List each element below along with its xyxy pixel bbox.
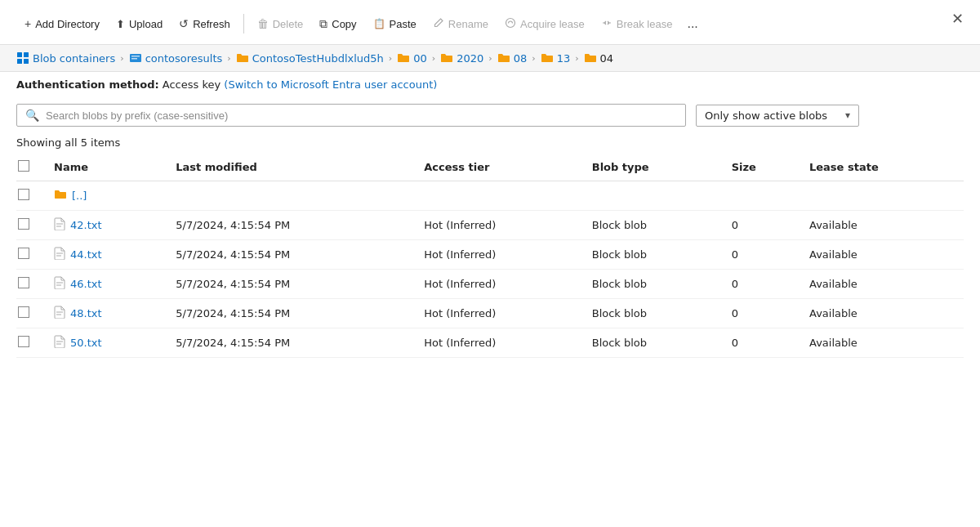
plus-icon: + [24,17,31,30]
col-name[interactable]: Name [46,154,167,181]
paste-button[interactable]: 📋 Paste [365,13,425,35]
row-checkbox-cell [16,328,46,358]
breadcrumb-contosoresults: contosoresults [129,51,223,65]
row-access-tier: Hot (Inferred) [416,270,584,299]
row-checkbox[interactable] [18,248,29,259]
chevron-down-icon: ▾ [845,109,850,121]
row-blob-type: Block blob [584,328,724,358]
search-input[interactable] [46,109,677,122]
breadcrumb-link-00[interactable]: 00 [413,52,427,65]
row-name: 44.txt [46,240,167,270]
refresh-icon: ↺ [179,17,189,30]
row-lease-state: Available [801,270,964,299]
row-size [724,181,801,211]
breadcrumb-link-13[interactable]: 13 [557,52,571,65]
folder-icon-2020 [440,51,453,65]
delete-button[interactable]: 🗑 Delete [249,12,312,35]
row-checkbox[interactable] [18,218,29,230]
file-icon [54,276,65,292]
upload-button[interactable]: ⬆ Upload [108,13,171,35]
blob-containers-icon [16,51,29,65]
item-count: Showing all 5 items [0,133,980,154]
row-checkbox[interactable] [18,336,29,347]
search-box: 🔍 [16,104,686,127]
select-all-checkbox[interactable] [18,160,29,172]
select-all-header[interactable] [16,154,46,181]
row-last-modified: 5/7/2024, 4:15:54 PM [167,270,416,299]
row-name: 42.txt [46,211,167,240]
copy-button[interactable]: ⧉ Copy [311,12,364,36]
file-link[interactable]: 50.txt [70,337,102,349]
col-last-modified[interactable]: Last modified [167,154,416,181]
folder-icon-contoso [236,51,249,65]
svg-rect-7 [131,58,137,60]
col-access-tier[interactable]: Access tier [416,154,584,181]
row-size: 0 [724,211,801,240]
row-lease-state: Available [801,328,964,358]
row-last-modified: 5/7/2024, 4:15:54 PM [167,211,416,240]
breadcrumb-link-contoso-folder[interactable]: ContosoTestHubdlxlud5h [252,52,384,65]
breadcrumb-blob-containers: Blob containers [16,51,115,65]
file-link[interactable]: 48.txt [70,307,102,319]
row-access-tier: Hot (Inferred) [416,328,584,358]
file-link[interactable]: 42.txt [70,219,102,231]
breadcrumb-2020: 2020 [440,51,483,65]
table-row: [..] [16,181,964,211]
breadcrumb-chevron-7: › [575,53,578,64]
filter-dropdown[interactable]: Only show active blobs ▾ [696,105,859,127]
refresh-button[interactable]: ↺ Refresh [171,12,238,35]
breadcrumb-link-2020[interactable]: 2020 [457,52,483,65]
svg-rect-2 [24,52,29,57]
breadcrumb-13: 13 [541,51,571,65]
table-row: 50.txt5/7/2024, 4:15:54 PMHot (Inferred)… [16,328,964,358]
file-table: Name Last modified Access tier Blob type… [16,154,964,358]
col-lease-state[interactable]: Lease state [801,154,964,181]
more-button[interactable]: ... [680,11,704,36]
container-icon [129,51,142,65]
file-link[interactable]: 44.txt [70,248,102,261]
row-lease-state: Available [801,240,964,270]
breadcrumb-link-contosoresults[interactable]: contosoresults [145,52,223,65]
row-size: 0 [724,240,801,270]
row-lease-state [801,181,964,211]
table-row: 46.txt5/7/2024, 4:15:54 PMHot (Inferred)… [16,270,964,299]
table-header-row: Name Last modified Access tier Blob type… [16,154,964,181]
row-checkbox[interactable] [18,306,29,318]
acquire-lease-button[interactable]: Acquire lease [497,12,593,36]
row-blob-type [584,181,724,211]
folder-link[interactable]: [..] [72,190,87,202]
file-link[interactable]: 46.txt [70,278,102,290]
folder-icon-13 [541,51,554,65]
breadcrumb-link-blob-containers[interactable]: Blob containers [33,52,115,65]
row-access-tier [416,181,584,211]
rename-button[interactable]: Rename [425,12,497,36]
row-checkbox[interactable] [18,189,29,200]
svg-point-0 [506,18,515,27]
break-lease-button[interactable]: Break lease [593,12,681,36]
auth-bar: Authentication method: Access key (Switc… [0,72,980,97]
breadcrumb-link-08[interactable]: 08 [514,52,528,65]
table-row: 44.txt5/7/2024, 4:15:54 PMHot (Inferred)… [16,240,964,270]
table-row: 48.txt5/7/2024, 4:15:54 PMHot (Inferred)… [16,299,964,328]
row-blob-type: Block blob [584,240,724,270]
row-name: 46.txt [46,270,167,299]
col-size[interactable]: Size [724,154,801,181]
add-directory-button[interactable]: + Add Directory [16,12,108,35]
folder-icon-04 [584,51,597,65]
file-icon [54,306,65,321]
search-icon: 🔍 [25,109,39,122]
col-blob-type[interactable]: Blob type [584,154,724,181]
row-lease-state: Available [801,211,964,240]
row-lease-state: Available [801,299,964,328]
file-icon [54,335,65,351]
table-row: 42.txt5/7/2024, 4:15:54 PMHot (Inferred)… [16,211,964,240]
close-button[interactable]: ✕ [951,11,964,26]
breadcrumb-04: 04 [584,51,614,65]
delete-icon: 🗑 [257,17,269,30]
svg-rect-6 [131,56,140,57]
row-checkbox[interactable] [18,277,29,288]
breadcrumb-contoso-folder: ContosoTestHubdlxlud5h [236,51,384,65]
switch-auth-link[interactable]: (Switch to Microsoft Entra user account) [224,78,437,91]
row-checkbox-cell [16,299,46,328]
svg-rect-1 [17,52,22,57]
